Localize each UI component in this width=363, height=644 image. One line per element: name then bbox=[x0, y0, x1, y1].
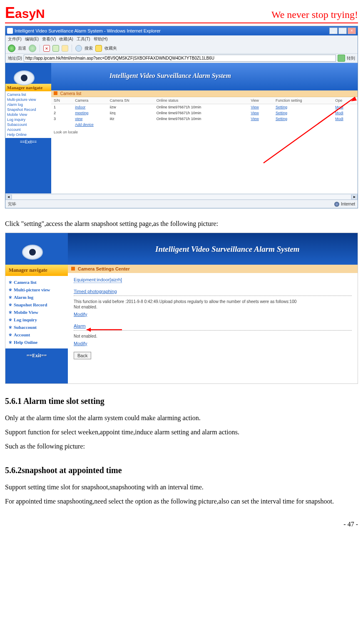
menu-item[interactable]: 文件(F) bbox=[8, 36, 22, 42]
sidebar-item-label: Multi-picture view bbox=[14, 287, 50, 292]
screenshot-settings-page: Manager navigate ※Camera list ※Multi-pic… bbox=[5, 233, 358, 384]
scroll-left-icon[interactable]: ◄ bbox=[5, 194, 12, 200]
divider bbox=[74, 330, 352, 331]
sidebar-item-mobile-view[interactable]: Mobile View bbox=[7, 112, 50, 117]
status-done: 完毕 bbox=[8, 201, 16, 207]
body-text-1: Click "setting",access the alarm snapsho… bbox=[5, 218, 358, 229]
view-link[interactable]: View bbox=[251, 111, 259, 115]
modify-link[interactable]: Modify bbox=[74, 341, 87, 346]
cell-status: Online time976671h 10min bbox=[154, 116, 249, 122]
stop-icon[interactable]: × bbox=[43, 45, 50, 52]
sidebar-item-label: Camera list bbox=[14, 280, 37, 285]
sidebar-item-account[interactable]: Account bbox=[7, 127, 50, 132]
setting-link[interactable]: Setting bbox=[276, 111, 287, 115]
cell-csn: iitz bbox=[107, 116, 154, 122]
add-device-link[interactable]: Add device bbox=[75, 123, 94, 127]
separator bbox=[72, 45, 72, 52]
favorites-label: 收藏夹 bbox=[104, 45, 117, 51]
col-ope: Ope bbox=[333, 97, 358, 104]
modify-link[interactable]: Modi bbox=[335, 105, 343, 109]
address-input[interactable] bbox=[24, 55, 336, 62]
back-button[interactable]: Back bbox=[74, 352, 91, 359]
forward-icon[interactable] bbox=[29, 45, 36, 52]
scroll-right-icon[interactable]: ► bbox=[351, 194, 358, 200]
sidebar-item-log-inquiry[interactable]: ※Log inquiry bbox=[9, 316, 65, 323]
logo-letter-e: E bbox=[5, 4, 15, 22]
globe-icon bbox=[334, 202, 339, 207]
not-enabled-text: Not enabled. bbox=[74, 305, 352, 309]
tagline: We never stop trying! bbox=[271, 9, 358, 20]
camera-link[interactable]: meeting bbox=[75, 111, 88, 115]
sidebar-item-label: Snapshot Record bbox=[14, 302, 47, 307]
nav-items: ※Camera list ※Multi-picture view ※Alarm … bbox=[5, 276, 68, 348]
sidebar-item-camera-list[interactable]: ※Camera list bbox=[9, 278, 65, 286]
view-link[interactable]: View bbox=[251, 117, 259, 121]
sidebar-item-subaccount[interactable]: ※Subaccount bbox=[9, 323, 65, 331]
modify-link[interactable]: Modify bbox=[74, 312, 87, 317]
table-header-row: S/N Camera Camera SN Online status View … bbox=[51, 97, 358, 104]
modify-link[interactable]: Modi bbox=[335, 111, 343, 115]
setting-link[interactable]: Setting bbox=[276, 105, 287, 109]
menu-item[interactable]: 收藏(A) bbox=[59, 36, 73, 42]
sidebar-item-label: Help Online bbox=[14, 340, 37, 345]
exit-link[interactable]: ==Exit== bbox=[5, 348, 68, 363]
screenshot-ie-window: Intelligent Video Surveillance Alarm Sys… bbox=[5, 26, 358, 208]
menu-item[interactable]: 查看(V) bbox=[42, 36, 56, 42]
cell-status: Online time976671h 10min bbox=[154, 110, 249, 116]
sidebar-item-alarm-log[interactable]: Alarm log bbox=[7, 102, 50, 107]
sidebar-item-help-online[interactable]: ※Help Online bbox=[9, 338, 65, 346]
menu-item[interactable]: 帮助(H) bbox=[94, 36, 108, 42]
table-row: 2 meeting iizq Online time976671h 10min … bbox=[51, 110, 358, 116]
look-locale: Look on locale bbox=[51, 128, 358, 137]
ie-sidebar: Manager navigate Camera list Multi-pictu… bbox=[5, 63, 51, 200]
sidebar-item-account[interactable]: ※Account bbox=[9, 331, 65, 338]
sidebar-item-alarm-log[interactable]: ※Alarm log bbox=[9, 293, 65, 301]
h-scrollbar[interactable]: ◄ ► bbox=[5, 193, 358, 200]
sidebar-item-multi-picture[interactable]: ※Multi-picture view bbox=[9, 286, 65, 293]
close-button[interactable]: × bbox=[348, 28, 356, 34]
sidebar-item-label: Mobile View bbox=[14, 310, 38, 315]
sidebar-item-help-online[interactable]: Help Online bbox=[7, 132, 50, 137]
table-row: Add device bbox=[51, 122, 358, 128]
home-icon[interactable] bbox=[62, 45, 68, 52]
page-number: - 47 - bbox=[5, 521, 358, 528]
s2-main: Intelligent Video Surveillance Alarm Sys… bbox=[68, 233, 358, 383]
sidebar-item-subaccount[interactable]: Subaccount bbox=[7, 122, 50, 127]
cell-sn: 3 bbox=[51, 116, 72, 122]
sidebar-item-snapshot-record[interactable]: ※Snapshot Record bbox=[9, 301, 65, 308]
camera-link[interactable]: indoor bbox=[75, 105, 85, 109]
settings-body: Equipment:indoor[aizrh] Timed photograph… bbox=[68, 273, 358, 363]
view-link[interactable]: View bbox=[251, 105, 259, 109]
ie-titlebar: Intelligent Video Surveillance Alarm Sys… bbox=[5, 26, 358, 35]
refresh-icon[interactable] bbox=[52, 45, 59, 52]
setting-link[interactable]: Setting bbox=[276, 117, 287, 121]
bullet-icon: ※ bbox=[9, 288, 12, 292]
sidebar-item-log-inquiry[interactable]: Log inquiry bbox=[7, 117, 50, 122]
menu-item[interactable]: 工具(T) bbox=[77, 36, 90, 42]
back-icon[interactable] bbox=[8, 45, 15, 52]
search-icon[interactable] bbox=[75, 45, 82, 52]
cell-csn: iizq bbox=[107, 110, 154, 116]
maximize-button[interactable]: □ bbox=[338, 28, 347, 34]
sidebar-item-camera-list[interactable]: Camera list bbox=[7, 92, 50, 97]
settings-center-label: Camera Settings Center bbox=[78, 266, 130, 271]
col-online-status: Online status bbox=[154, 97, 249, 104]
sidebar-item-multi-picture[interactable]: Multi-picture view bbox=[7, 97, 50, 102]
modify-link[interactable]: Modi bbox=[335, 117, 343, 121]
sidebar-item-snapshot-record[interactable]: Snapshot Record bbox=[7, 107, 50, 112]
go-button[interactable] bbox=[338, 55, 345, 62]
scroll-track[interactable] bbox=[12, 194, 351, 200]
camera-link[interactable]: view bbox=[75, 117, 82, 121]
cell-csn: iizw bbox=[107, 104, 154, 110]
para-561a: Only at the alarm time slot the alarm sy… bbox=[5, 412, 358, 424]
favorites-icon[interactable] bbox=[95, 45, 102, 52]
minimize-button[interactable]: _ bbox=[329, 28, 338, 34]
para-562b: For appointed time snapshooting,need sel… bbox=[5, 495, 358, 508]
menu-item[interactable]: 编辑(E) bbox=[25, 36, 39, 42]
col-view: View bbox=[248, 97, 273, 104]
ie-menubar: 文件(F) 编辑(E) 查看(V) 收藏(A) 工具(T) 帮助(H) bbox=[5, 35, 358, 43]
logo-letter-n: N bbox=[36, 7, 45, 21]
sidebar-item-mobile-view[interactable]: ※Mobile View bbox=[9, 308, 65, 316]
exit-link[interactable]: ==Exit== bbox=[5, 138, 51, 146]
go-label: 转到 bbox=[347, 55, 355, 61]
